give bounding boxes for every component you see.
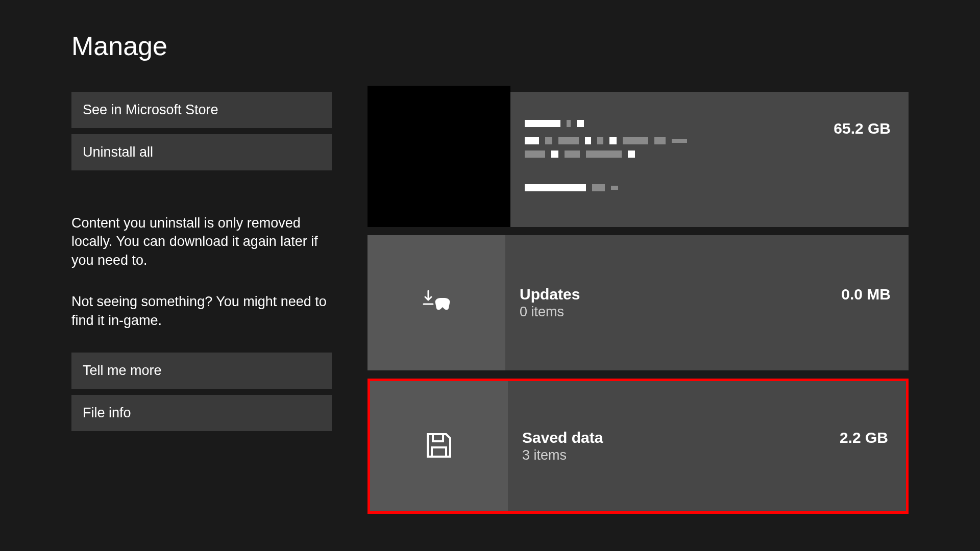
updates-title: Updates: [520, 286, 888, 303]
see-store-button[interactable]: See in Microsoft Store: [71, 92, 332, 128]
updates-subtitle: 0 items: [520, 304, 888, 320]
saved-data-subtitle: 3 items: [522, 447, 886, 463]
tell-me-more-button[interactable]: Tell me more: [71, 353, 332, 389]
svg-rect-2: [432, 447, 446, 457]
info-text-notseeing: Not seeing something? You might need to …: [71, 292, 332, 330]
game-artwork: [368, 86, 510, 227]
updates-tile[interactable]: Updates 0 items 0.0 MB: [368, 235, 909, 370]
sidebar: See in Microsoft Store Uninstall all Con…: [71, 92, 332, 514]
saved-data-size: 2.2 GB: [840, 429, 888, 446]
game-size: 65.2 GB: [834, 120, 891, 137]
uninstall-all-button[interactable]: Uninstall all: [71, 134, 332, 170]
svg-rect-1: [433, 434, 443, 441]
updates-size: 0.0 MB: [841, 286, 891, 303]
file-info-button[interactable]: File info: [71, 395, 332, 431]
saved-data-title: Saved data: [522, 429, 886, 446]
info-text-uninstall: Content you uninstall is only removed lo…: [71, 214, 332, 269]
save-icon: [423, 429, 455, 464]
game-tile[interactable]: 65.2 GB: [368, 92, 909, 227]
download-controller-icon: [420, 286, 453, 320]
page-title: Manage: [71, 31, 909, 61]
saved-data-tile[interactable]: Saved data 3 items 2.2 GB: [368, 379, 909, 514]
